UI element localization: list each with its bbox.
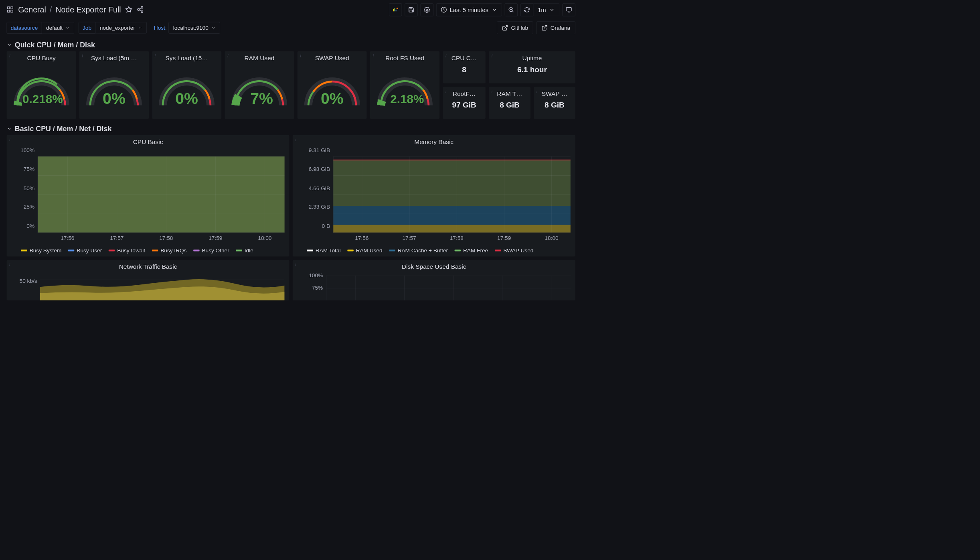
svg-line-9 [139,8,141,9]
panel-disk-basic[interactable]: i Disk Space Used Basic 100% 75% [293,260,575,300]
info-icon[interactable]: i [491,53,493,59]
legend-label: RAM Free [463,247,488,254]
legend-item[interactable]: Busy IRQs [152,247,187,254]
external-link-icon [502,24,508,30]
series-ram-total [333,160,570,160]
panel-sys-load-5m[interactable]: i Sys Load (5m … 0% [79,51,149,119]
legend-item[interactable]: Busy Iowait [109,247,145,254]
info-icon[interactable]: i [227,53,229,59]
svg-line-24 [544,25,547,28]
panel-cpu-basic[interactable]: i CPU Basic 0% 25% 50% 75% 100% 17:56 17… [7,135,290,257]
settings-button[interactable] [420,3,433,16]
svg-rect-0 [8,7,10,9]
tv-mode-button[interactable] [563,3,575,16]
info-icon[interactable]: i [300,53,302,59]
var-datasource-dropdown[interactable]: default [42,22,74,34]
info-icon[interactable]: i [491,88,493,94]
legend-swatch [193,250,199,251]
chevron-down-icon [211,26,216,30]
external-link-icon [541,24,547,30]
panel-cpu-cores[interactable]: i CPU C… 8 [443,51,486,83]
info-icon[interactable]: i [154,53,156,59]
refresh-interval-button[interactable]: 1m [533,3,559,16]
panel-memory-basic[interactable]: i Memory Basic 0 B 2.33 GiB 4.66 GiB 6.9… [293,135,575,257]
breadcrumb-folder[interactable]: General [18,5,46,14]
panel-title: SWAP Used [298,51,367,64]
legend-label: RAM Used [356,247,383,254]
info-icon[interactable]: i [445,88,447,94]
vars-left: datasource default Job node_exporter Hos… [7,22,220,34]
panel-root-fs-used[interactable]: i Root FS Used 2.18% [370,51,439,119]
legend-item[interactable]: Idle [236,247,253,254]
breadcrumb-dashboard[interactable]: Node Exporter Full [55,5,121,14]
add-panel-button[interactable] [389,3,402,16]
info-icon[interactable]: i [82,53,83,59]
var-job-dropdown[interactable]: node_exporter [95,22,147,34]
var-host-dropdown[interactable]: localhost:9100 [168,22,220,34]
svg-rect-2 [8,10,10,12]
dashboard-icon[interactable] [7,6,14,14]
legend-swatch [152,250,158,251]
row-header-basic[interactable]: Basic CPU / Mem / Net / Disk [0,122,582,135]
chart-area: 0% 25% 50% 75% 100% 17:56 17:57 17:58 17… [38,156,285,233]
legend-item[interactable]: SWAP Used [495,247,534,254]
refresh-button[interactable] [520,3,533,16]
legend-item[interactable]: RAM Cache + Buffer [389,247,448,254]
legend-item[interactable]: Busy Other [193,247,229,254]
link-github[interactable]: GitHub [497,21,533,34]
legend-item[interactable]: Busy User [68,247,102,254]
row-header-quick[interactable]: Quick CPU / Mem / Disk [0,39,582,51]
panel-title: Sys Load (15… [152,51,221,64]
svg-text:0.218%: 0.218% [22,92,63,106]
panel-title: Sys Load (5m … [79,51,149,64]
row-title-basic: Basic CPU / Mem / Net / Disk [15,125,112,133]
legend-item[interactable]: RAM Total [307,247,340,254]
legend-item[interactable]: RAM Used [347,247,382,254]
breadcrumb[interactable]: General / Node Exporter Full [18,5,121,14]
legend-label: Busy Iowait [117,247,145,254]
panel-title: RAM Used [225,51,294,64]
share-icon[interactable] [137,6,144,14]
star-icon[interactable] [125,6,132,14]
zoom-out-button[interactable] [505,3,518,16]
svg-rect-20 [566,8,571,11]
legend-swatch [495,250,501,251]
chart-area: 100% 75% [326,276,571,300]
var-datasource: datasource default [7,22,75,34]
info-icon[interactable]: i [373,53,374,59]
svg-point-5 [141,6,143,8]
panel-title: SWAP … [534,87,575,99]
legend: RAM TotalRAM UsedRAM Cache + BufferRAM F… [307,247,570,254]
panel-rootfs-total[interactable]: i RootF… 97 GiB [443,87,486,119]
panel-swap-total[interactable]: i SWAP … 8 GiB [534,87,575,119]
legend-item[interactable]: Busy System [21,247,61,254]
panel-network-basic[interactable]: i Network Traffic Basic 50 kb/s [7,260,290,300]
quick-panels: i CPU Busy 0.218% i Sys Load (5m … [0,51,582,119]
panel-ram-used[interactable]: i RAM Used 7% [225,51,294,119]
var-host: Host: localhost:9100 [151,22,220,34]
legend-item[interactable]: RAM Free [455,247,488,254]
dashboard-links: GitHub Grafana [497,21,575,34]
save-button[interactable] [405,3,417,16]
stat-value: 8 [443,64,486,74]
info-icon[interactable]: i [295,261,297,267]
chart-area: 0 B 2.33 GiB 4.66 GiB 6.98 GiB 9.31 GiB … [333,156,571,233]
panel-ram-total[interactable]: i RAM T… 8 GiB [489,87,530,119]
panel-sys-load-15m[interactable]: i Sys Load (15… 0% [152,51,221,119]
panel-swap-used[interactable]: i SWAP Used 0% [298,51,367,119]
stat-col-1: i CPU C… 8 i RootF… 97 GiB [443,51,486,119]
info-icon[interactable]: i [445,53,447,59]
gauge: 2.18% [370,65,439,110]
panel-cpu-busy[interactable]: i CPU Busy 0.218% [7,51,76,119]
time-range-button[interactable]: Last 5 minutes [436,3,502,16]
info-icon[interactable]: i [9,261,11,267]
info-icon[interactable]: i [9,136,11,142]
topbar-right: Last 5 minutes 1m [389,3,575,16]
link-grafana[interactable]: Grafana [537,21,575,34]
info-icon[interactable]: i [536,88,538,94]
info-icon[interactable]: i [9,53,11,59]
panel-uptime[interactable]: i Uptime 6.1 hour [489,51,575,83]
svg-point-7 [141,10,143,12]
info-icon[interactable]: i [295,136,297,142]
svg-point-6 [138,8,139,10]
